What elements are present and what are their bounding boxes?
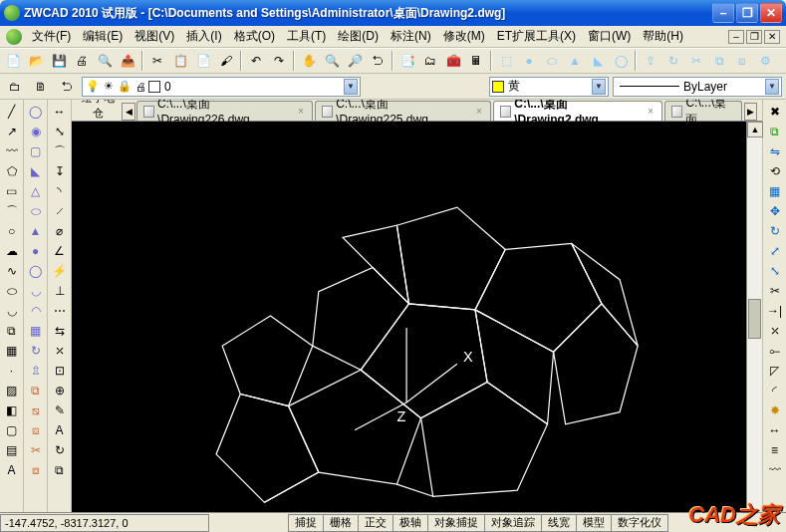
explode-icon[interactable]: ✸ [764,400,786,420]
cylinder-icon[interactable]: ⬭ [541,50,563,72]
3d-mesh-icon[interactable]: ▦ [25,321,47,341]
3d-circles-icon[interactable]: ◉ [25,122,47,141]
dim-baseline-icon[interactable]: ⊥ [49,281,71,301]
ellipsearc-icon[interactable]: ◡ [1,301,23,321]
dropdown-arrow-icon[interactable]: ▼ [765,79,779,95]
new-icon[interactable]: 📄 [2,50,24,72]
line-icon[interactable]: ╱ [1,102,23,122]
dim-aligned-icon[interactable]: ⤡ [49,122,71,141]
designcenter-icon[interactable]: 🗂 [419,50,441,72]
menu-file[interactable]: 文件(F) [26,26,77,47]
3d-sphere-icon[interactable]: ● [25,241,47,261]
offset-icon[interactable]: ⟲ [764,161,786,181]
3d-union-icon[interactable]: ⧉ [25,381,47,400]
rectangle-icon[interactable]: ▭ [1,181,23,201]
3d-interfere-icon[interactable]: ⧈ [25,460,47,480]
dim-continue-icon[interactable]: ⋯ [49,301,71,321]
dim-angular-icon[interactable]: ∠ [49,241,71,261]
3d-revolve-icon[interactable]: ↻ [25,341,47,361]
3d-wedge-icon[interactable]: ◣ [25,161,47,181]
paste-icon[interactable]: 📄 [192,50,214,72]
3d-circle-icon[interactable]: ◯ [25,102,47,122]
toolpalettes-icon[interactable]: 🧰 [442,50,464,72]
polar-toggle[interactable]: 极轴 [393,514,428,532]
grid-toggle[interactable]: 栅格 [323,514,359,532]
dim-update-icon[interactable]: ↻ [49,440,71,460]
dim-edit-icon[interactable]: ✎ [49,400,71,420]
cone-icon[interactable]: ▲ [564,50,586,72]
menu-window[interactable]: 窗口(W) [582,26,637,47]
scroll-thumb[interactable] [748,299,761,339]
torus-icon[interactable]: ◯ [610,50,632,72]
rotate-icon[interactable]: ↻ [764,221,786,241]
mdi-max-button[interactable]: ❐ [746,30,762,44]
cut-icon[interactable]: ✂ [146,50,168,72]
file-tab[interactable]: C:\...\桌面 [664,101,742,121]
dim-style-icon[interactable]: ⧉ [49,460,71,480]
chamfer-icon[interactable]: ◸ [764,361,786,381]
osnap-toggle[interactable]: 对象捕捉 [427,514,485,532]
extrude-icon[interactable]: ⇪ [640,50,661,72]
print-icon[interactable]: 🖨 [71,50,93,72]
pedit-icon[interactable]: 〰 [764,460,786,480]
mtext-icon[interactable]: A [1,460,23,480]
menu-format[interactable]: 格式(O) [228,26,281,47]
align-icon[interactable]: ≡ [764,440,786,460]
array-icon[interactable]: ▦ [764,181,786,201]
layer-prev-icon[interactable]: ⮌ [56,76,78,98]
layer-states-icon[interactable]: 🗎 [30,76,52,98]
color-dropdown[interactable]: 黄 ▼ [489,77,609,97]
linetype-dropdown[interactable]: ByLayer ▼ [613,77,782,97]
ellipse-icon[interactable]: ⬭ [1,281,23,301]
3d-dish-icon[interactable]: ◡ [25,281,47,301]
dim-radius-icon[interactable]: ◝ [49,181,71,201]
file-tab-active[interactable]: C:\...\桌面\Drawing2.dwg× [493,101,662,121]
lengthen-icon[interactable]: ↔ [764,420,786,440]
arc-icon[interactable]: ⌒ [1,201,23,221]
pline-icon[interactable]: 〰 [1,141,23,161]
dim-ordinate-icon[interactable]: ↧ [49,161,71,181]
hatch-icon[interactable]: ▨ [1,381,23,400]
point-icon[interactable]: · [1,361,23,381]
join-icon[interactable]: ⟜ [764,341,786,361]
layer-dropdown[interactable]: 💡 ☀ 🔒 🖨 0 ▼ [82,77,361,97]
dropdown-arrow-icon[interactable]: ▼ [592,79,606,95]
minimize-button[interactable]: – [712,3,734,23]
tab-close-icon[interactable]: × [474,106,484,117]
undo-icon[interactable]: ↶ [245,50,267,72]
ortho-toggle[interactable]: 正交 [358,514,393,532]
file-tab[interactable]: C:\...\桌面\Drawing226.dwg× [136,101,313,121]
3d-extrude-icon[interactable]: ⇫ [25,361,47,381]
table-icon[interactable]: ▤ [1,440,23,460]
region-icon[interactable]: ▢ [1,420,23,440]
mirror-icon[interactable]: ⇋ [764,141,786,161]
trim-icon[interactable]: ✂ [764,281,786,301]
tolerance-icon[interactable]: ⊡ [49,361,71,381]
model-toggle[interactable]: 模型 [576,514,612,532]
center-mark-icon[interactable]: ⊕ [49,381,71,400]
copy-icon[interactable]: 📋 [169,50,191,72]
dim-space-icon[interactable]: ⇆ [49,321,71,341]
zoom-window-icon[interactable]: 🔎 [344,50,366,72]
close-button[interactable]: ✕ [760,3,782,23]
mdi-min-button[interactable]: – [728,30,744,44]
3d-subtract-icon[interactable]: ⧅ [25,400,47,420]
3d-cone-icon[interactable]: ▲ [25,221,47,241]
3d-dome-icon[interactable]: ◠ [25,301,47,321]
gradient-icon[interactable]: ◧ [1,400,23,420]
polygon-icon[interactable]: ⬠ [1,161,23,181]
fillet-icon[interactable]: ◜ [764,381,786,400]
scroll-track[interactable] [747,137,762,512]
copy-obj-icon[interactable]: ⧉ [764,122,786,141]
coordinates-display[interactable]: -147.4752, -8317.3127, 0 [0,514,209,532]
menu-view[interactable]: 视图(V) [129,26,180,47]
zoom-realtime-icon[interactable]: 🔍 [321,50,343,72]
move-icon[interactable]: ✥ [764,201,786,221]
layer-manager-icon[interactable]: 🗀 [4,76,26,98]
insert-icon[interactable]: ⧉ [1,321,23,341]
box-icon[interactable]: ⬚ [495,50,517,72]
dim-break-icon[interactable]: ⤫ [49,341,71,361]
dim-tedit-icon[interactable]: A [49,420,71,440]
menu-et[interactable]: ET扩展工具(X) [491,26,582,47]
section-icon[interactable]: ⧉ [708,50,730,72]
